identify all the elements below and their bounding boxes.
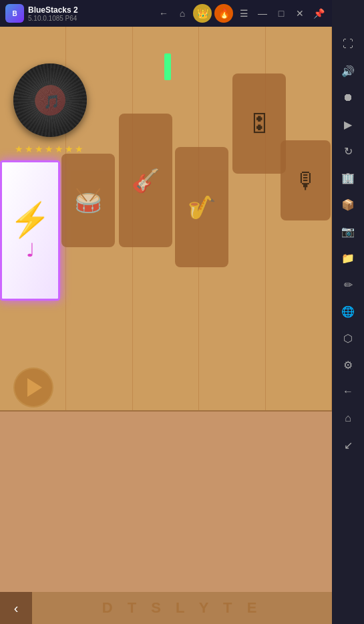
menu-btn[interactable]: ☰ — [236, 5, 252, 21]
guitar-card: 🎸 — [119, 114, 172, 247]
guitar-icon: 🎸 — [132, 167, 160, 194]
play-button[interactable] — [13, 367, 53, 408]
fire-icon: 🔥 — [214, 4, 233, 23]
crown-icon: 👑 — [193, 4, 212, 23]
mixer-icon: 🎛 — [248, 111, 270, 137]
sidebar-layers-icon[interactable]: ⬡ — [336, 326, 360, 350]
sidebar-building-icon[interactable]: 🏢 — [336, 166, 360, 190]
back-nav-button[interactable]: ‹ — [0, 592, 32, 624]
sidebar-corner-icon[interactable]: ↙ — [336, 433, 360, 457]
drum-card: 🥁 — [61, 154, 115, 247]
sidebar-package-icon[interactable]: 📦 — [336, 192, 360, 216]
back-btn[interactable]: ← — [156, 5, 172, 21]
star-5: ★ — [55, 144, 63, 154]
close-btn[interactable]: ✕ — [292, 5, 308, 21]
nav-watermark: D T S L Y T E — [32, 599, 332, 617]
mixer-card: 🎛 — [232, 73, 286, 174]
stars-row: ★ ★ ★ ★ ★ ★ ★ — [15, 144, 83, 154]
mic-card: 🎙 — [281, 140, 331, 220]
sidebar-folder-icon[interactable]: 📁 — [336, 246, 360, 270]
sax-icon: 🎷 — [188, 194, 216, 220]
sidebar-home-icon[interactable]: ⌂ — [336, 406, 360, 430]
sidebar-camera-icon[interactable]: 📷 — [336, 219, 360, 243]
app-name: BlueStacks 2 — [28, 5, 78, 15]
app-version: 5.10.0.1085 P64 — [28, 15, 78, 22]
sidebar-rotate-icon[interactable]: ↻ — [336, 139, 360, 163]
star-1: ★ — [15, 144, 23, 154]
pin-btn[interactable]: 📌 — [311, 5, 327, 21]
sidebar-back-icon[interactable]: ← — [336, 379, 360, 404]
star-3: ★ — [35, 144, 43, 154]
star-7: ★ — [75, 144, 83, 154]
game-area: 🎵 ★ ★ ★ ★ ★ ★ ★ ⚡ ♩ 🥁 🎸 🎷 🎛 🎙 — [0, 27, 332, 624]
sidebar-fullscreen-icon[interactable]: ⛶ — [336, 32, 360, 56]
sidebar-volume-icon[interactable]: 🔊 — [336, 59, 360, 83]
maximize-btn[interactable]: □ — [273, 5, 289, 21]
star-4: ★ — [45, 144, 53, 154]
music-note-icon: ♩ — [26, 239, 35, 261]
sidebar-play-icon[interactable]: ▶ — [336, 112, 360, 136]
star-6: ★ — [65, 144, 73, 154]
mic-icon: 🎙 — [295, 168, 317, 194]
play-triangle-icon — [27, 378, 42, 397]
sax-card: 🎷 — [175, 147, 228, 267]
vinyl-record: 🎵 — [13, 63, 87, 137]
titlebar-controls: ← ⌂ 👑 🔥 ☰ — □ ✕ 📌 — [156, 4, 327, 23]
drum-icon: 🥁 — [74, 187, 102, 214]
lightning-icon: ⚡ — [9, 200, 51, 239]
titlebar: B BlueStacks 2 5.10.0.1085 P64 ← ⌂ 👑 🔥 ☰… — [0, 0, 332, 27]
home-btn[interactable]: ⌂ — [174, 5, 190, 21]
right-sidebar: ⛶ 🔊 ⏺ ▶ ↻ 🏢 📦 📷 📁 ✏ 🌐 ⬡ ⚙ ← ⌂ ↙ — [332, 0, 364, 624]
sidebar-record-icon[interactable]: ⏺ — [336, 86, 360, 110]
music-note-card: ⚡ ♩ — [0, 160, 60, 301]
minimize-btn[interactable]: — — [254, 5, 270, 21]
bottom-nav: ‹ D T S L Y T E — [0, 592, 332, 624]
sidebar-globe-icon[interactable]: 🌐 — [336, 299, 360, 323]
app-logo: B — [5, 4, 24, 23]
avatar-container: 🎵 — [13, 63, 87, 137]
sidebar-edit-icon[interactable]: ✏ — [336, 273, 360, 297]
sidebar-gear-icon[interactable]: ⚙ — [336, 353, 360, 377]
active-track-indicator — [164, 53, 171, 80]
star-2: ★ — [25, 144, 33, 154]
